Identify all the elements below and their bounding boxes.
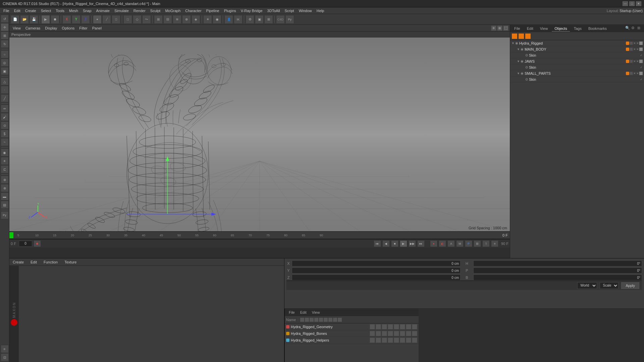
menu-edit[interactable]: Edit [12, 8, 22, 13]
play-forward[interactable]: ▶ [400, 240, 407, 247]
close-button[interactable]: ✕ [636, 1, 641, 6]
z-axis-button[interactable]: Z [81, 15, 90, 24]
helpers-vis[interactable] [370, 338, 375, 343]
tree-item-jaws[interactable]: ▼ ◉ JAWS ✕ ✕ [510, 58, 644, 64]
helpers-extra5[interactable] [400, 338, 405, 343]
camera-tool[interactable]: ◉ [1, 148, 9, 157]
render-view-button[interactable]: ▶ [41, 15, 50, 24]
object-tool[interactable]: ○ [1, 50, 9, 58]
bt-texture[interactable]: Texture [62, 259, 78, 265]
or-tab-view[interactable]: View [309, 310, 323, 315]
menu-simulate[interactable]: Simulate [112, 8, 131, 13]
geo-extra2[interactable] [400, 324, 405, 329]
deformers-button[interactable]: ⊟ [163, 15, 172, 24]
vp-menu-cameras[interactable]: Cameras [23, 25, 43, 31]
menu-help[interactable]: Help [315, 8, 326, 13]
tree-item-main-body[interactable]: ▼ ◉ MAIN_BODY ✕ ✕ [510, 46, 644, 52]
rpanel-tab-objects[interactable]: Objects [552, 26, 570, 32]
axis-tool[interactable]: ⊗ [1, 184, 9, 192]
edge-tool[interactable]: ╱ [1, 94, 9, 102]
timeline-mode[interactable]: ≡ [491, 240, 498, 247]
geo-extra[interactable] [394, 324, 399, 329]
team-render[interactable]: ⊞ [264, 15, 273, 24]
save-button[interactable]: 💾 [30, 15, 38, 24]
rpanel-tab-tags[interactable]: Tags [571, 26, 584, 32]
render-queue[interactable]: ▣ [255, 15, 264, 24]
geo-vis[interactable] [370, 324, 375, 329]
bones-extra6[interactable] [406, 331, 411, 336]
vp-nav-1[interactable]: ✛ [491, 25, 496, 31]
spline-button[interactable]: 〜 [142, 15, 151, 24]
autokey-btn[interactable]: A [447, 240, 455, 247]
magnet-tool[interactable]: $ [1, 130, 9, 138]
bones-extra3[interactable] [388, 331, 393, 336]
rpanel-tab-bookmarks[interactable]: Bookmarks [586, 26, 609, 32]
menu-animate[interactable]: Animate [94, 8, 112, 13]
sculpt-tool[interactable]: ⊙ [1, 121, 9, 129]
helpers-extra7[interactable] [412, 338, 417, 343]
point-tool[interactable]: · [1, 86, 9, 94]
coord-x-pos[interactable] [292, 260, 461, 266]
menu-file[interactable]: File [1, 8, 11, 13]
bones-extra5[interactable] [400, 331, 405, 336]
curve-mode[interactable]: ⌇ [482, 240, 490, 247]
points-mode[interactable]: ● [93, 15, 102, 24]
menu-snap[interactable]: Snap [81, 8, 94, 13]
display-tool[interactable]: ▤ [1, 201, 9, 209]
rpanel-tab-edit[interactable]: Edit [524, 26, 536, 32]
vp-menu-filter[interactable]: Filter [77, 25, 89, 31]
bt-function[interactable]: Function [42, 259, 60, 265]
bones-extra4[interactable] [394, 331, 399, 336]
texture-tool[interactable]: ▣ [1, 67, 9, 75]
layers-tool[interactable]: ≡ [1, 345, 9, 353]
obj-color-2[interactable] [518, 33, 524, 39]
menu-sculpt[interactable]: Sculpt [148, 8, 163, 13]
pos-btn[interactable]: P [465, 240, 472, 247]
geo-extra3[interactable] [406, 324, 411, 329]
menu-vray[interactable]: V-Ray Bridge [239, 8, 265, 13]
model-tool[interactable]: ◎ [1, 59, 9, 67]
effectors-button[interactable]: ◈ [192, 15, 200, 24]
polygon-tool[interactable]: △ [1, 77, 9, 85]
materials-button[interactable]: ◉ [213, 15, 221, 24]
polys-mode[interactable]: ◻ [112, 15, 120, 24]
interactive-render-button[interactable]: ⏺ [51, 15, 59, 24]
go-to-end[interactable]: ⏭ [417, 240, 425, 247]
bones-extra[interactable] [376, 331, 381, 336]
menu-mograph[interactable]: MoGraph [163, 8, 182, 13]
menu-select[interactable]: Select [39, 8, 53, 13]
settings-icon[interactable]: ⚙ [631, 26, 637, 31]
helpers-extra3[interactable] [388, 338, 393, 343]
bones-extra7[interactable] [412, 331, 417, 336]
geo-render[interactable] [376, 324, 381, 329]
coord-y-pos[interactable] [292, 267, 461, 274]
light-tool[interactable]: ☀ [1, 157, 9, 165]
mograph-button[interactable]: ⊕ [182, 15, 191, 24]
vp-menu-panel[interactable]: Panel [90, 25, 104, 31]
search-icon[interactable]: 🔍 [625, 26, 631, 31]
bones-vis[interactable] [370, 331, 375, 336]
or-tab-edit[interactable]: Edit [298, 310, 309, 315]
python-btn[interactable]: Py [285, 15, 294, 24]
obj-color-1[interactable] [512, 33, 518, 39]
tree-item-hydra-rigged[interactable]: ▼ ◉ Hydra_Rigged ✕ ✕ [510, 40, 644, 46]
menu-mesh[interactable]: Mesh [67, 8, 80, 13]
open-button[interactable]: 📂 [20, 15, 29, 24]
menu-render[interactable]: Render [131, 8, 148, 13]
obj-color-3[interactable] [525, 33, 531, 39]
go-to-start[interactable]: ⏮ [374, 240, 381, 247]
rpanel-tab-file[interactable]: File [512, 26, 523, 32]
scale-select[interactable]: Scale Size [600, 282, 619, 289]
menu-create[interactable]: Create [23, 8, 38, 13]
bones-extra2[interactable] [382, 331, 387, 336]
keyframe-btn[interactable]: ● [430, 240, 437, 247]
menu-window[interactable]: Window [297, 8, 314, 13]
fields-button[interactable]: ≋ [173, 15, 181, 24]
spline-tool[interactable]: ~ [1, 138, 9, 146]
or-tab-file[interactable]: File [286, 310, 298, 315]
minimize-button[interactable]: — [623, 1, 628, 6]
paint-tool[interactable]: 🖌 [1, 113, 9, 121]
obj-item-helpers[interactable]: Hydra_Rigged_Helpers [285, 337, 419, 344]
geo-lock[interactable] [382, 324, 387, 329]
coord-b[interactable] [473, 275, 642, 281]
